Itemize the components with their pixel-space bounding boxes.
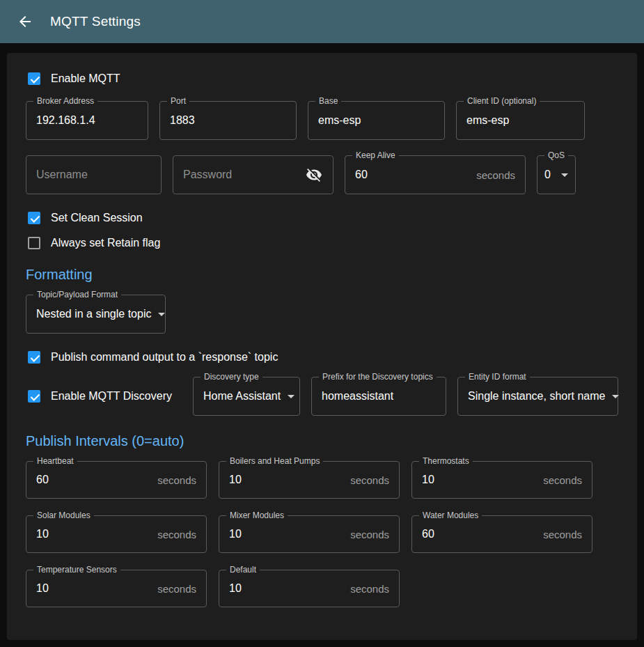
mixer-interval-field: Mixer Modules seconds bbox=[219, 515, 400, 553]
clean-session-label: Set Clean Session bbox=[51, 212, 143, 224]
temperature-sensors-interval-label: Temperature Sensors bbox=[33, 565, 120, 575]
enable-mqtt-row[interactable]: Enable MQTT bbox=[28, 72, 618, 85]
discovery-prefix-field: Prefix for the Discovery topics bbox=[311, 377, 446, 416]
topic-format-row: Topic/Payload Format Nested in a single … bbox=[26, 295, 618, 334]
broker-address-field: Broker Address bbox=[26, 101, 148, 140]
qos-select[interactable]: QoS 0 bbox=[537, 155, 576, 194]
keep-alive-input[interactable] bbox=[355, 169, 471, 181]
interval-suffix: seconds bbox=[152, 529, 196, 540]
enable-mqtt-checkbox[interactable] bbox=[28, 72, 40, 85]
chevron-down-icon bbox=[158, 313, 165, 316]
port-input[interactable] bbox=[170, 114, 286, 127]
username-input[interactable] bbox=[36, 169, 151, 181]
discovery-row: Enable MQTT Discovery Discovery type Hom… bbox=[26, 377, 618, 416]
broker-address-input[interactable] bbox=[36, 114, 138, 127]
client-id-label: Client ID (optional) bbox=[464, 96, 540, 106]
base-input[interactable] bbox=[318, 114, 434, 127]
topic-payload-format-select[interactable]: Topic/Payload Format Nested in a single … bbox=[26, 295, 166, 334]
solar-interval-field: Solar Modules seconds bbox=[26, 515, 207, 553]
thermostats-interval-input[interactable] bbox=[422, 474, 537, 486]
chevron-down-icon bbox=[288, 395, 294, 398]
clean-session-checkbox[interactable] bbox=[28, 212, 40, 224]
interval-suffix: seconds bbox=[537, 474, 582, 486]
publish-response-checkbox[interactable] bbox=[28, 351, 40, 364]
qos-label: QoS bbox=[544, 150, 568, 160]
default-interval-input[interactable] bbox=[229, 582, 345, 595]
retain-flag-row[interactable]: Always set Retain flag bbox=[28, 237, 618, 249]
password-field bbox=[173, 155, 333, 194]
solar-interval-input[interactable] bbox=[36, 528, 152, 540]
chevron-down-icon bbox=[612, 395, 619, 398]
boilers-interval-input[interactable] bbox=[229, 474, 345, 486]
heartbeat-interval-field: Heartbeat seconds bbox=[26, 461, 207, 499]
port-field: Port bbox=[159, 101, 297, 140]
default-interval-label: Default bbox=[226, 565, 260, 575]
chevron-down-icon bbox=[561, 173, 568, 177]
password-input[interactable] bbox=[183, 169, 305, 181]
publish-intervals-heading: Publish Intervals (0=auto) bbox=[26, 433, 618, 449]
base-label: Base bbox=[315, 96, 341, 106]
connection-row-2: Keep Alive seconds QoS 0 bbox=[26, 155, 618, 194]
arrow-left-icon bbox=[17, 13, 33, 30]
enable-mqtt-label: Enable MQTT bbox=[51, 72, 120, 85]
broker-address-label: Broker Address bbox=[33, 96, 97, 106]
boilers-interval-field: Boilers and Heat Pumps seconds bbox=[219, 461, 400, 499]
interval-suffix: seconds bbox=[345, 474, 389, 486]
solar-interval-label: Solar Modules bbox=[33, 510, 94, 520]
discovery-type-select[interactable]: Discovery type Home Assistant bbox=[193, 377, 300, 416]
discovery-type-value: Home Assistant bbox=[203, 390, 281, 403]
base-field: Base bbox=[308, 101, 445, 140]
discovery-prefix-input[interactable] bbox=[322, 390, 436, 403]
keep-alive-suffix: seconds bbox=[471, 169, 515, 181]
thermostats-interval-field: Thermostats seconds bbox=[411, 461, 592, 499]
formatting-heading: Formatting bbox=[26, 267, 618, 283]
port-label: Port bbox=[167, 96, 189, 106]
topic-payload-format-label: Topic/Payload Format bbox=[33, 290, 121, 299]
toggle-password-visibility-button[interactable] bbox=[305, 164, 323, 185]
back-button[interactable] bbox=[10, 6, 40, 37]
connection-row-1: Broker Address Port Base Client ID (opti… bbox=[26, 101, 618, 140]
default-interval-field: Default seconds bbox=[219, 570, 400, 607]
publish-intervals-grid: Heartbeat seconds Boilers and Heat Pumps… bbox=[26, 461, 618, 607]
discovery-prefix-label: Prefix for the Discovery topics bbox=[319, 372, 437, 382]
water-interval-field: Water Modules seconds bbox=[411, 515, 592, 553]
entity-id-format-select[interactable]: Entity ID format Single instance, short … bbox=[457, 377, 618, 416]
eye-off-icon bbox=[306, 166, 322, 183]
interval-suffix: seconds bbox=[537, 529, 582, 540]
interval-suffix: seconds bbox=[152, 583, 196, 595]
entity-id-format-label: Entity ID format bbox=[465, 372, 530, 382]
topic-payload-format-value: Nested in a single topic bbox=[36, 308, 151, 320]
publish-response-row[interactable]: Publish command output to a `response` t… bbox=[28, 351, 618, 364]
mixer-interval-input[interactable] bbox=[229, 528, 345, 540]
temperature-sensors-interval-input[interactable] bbox=[36, 582, 152, 595]
publish-response-label: Publish command output to a `response` t… bbox=[51, 351, 278, 364]
app-bar: MQTT Settings bbox=[0, 0, 644, 43]
entity-id-format-value: Single instance, short name bbox=[468, 390, 605, 403]
boilers-interval-label: Boilers and Heat Pumps bbox=[226, 456, 323, 466]
client-id-input[interactable] bbox=[466, 114, 574, 127]
clean-session-row[interactable]: Set Clean Session bbox=[28, 212, 618, 224]
heartbeat-interval-input[interactable] bbox=[36, 474, 152, 486]
page-title: MQTT Settings bbox=[50, 14, 141, 29]
keep-alive-label: Keep Alive bbox=[352, 150, 399, 160]
settings-card: Enable MQTT Broker Address Port Base Cli… bbox=[7, 53, 637, 640]
client-id-field: Client ID (optional) bbox=[456, 101, 585, 140]
enable-discovery-checkbox[interactable] bbox=[28, 390, 40, 403]
username-field bbox=[26, 155, 162, 194]
interval-suffix: seconds bbox=[345, 583, 389, 595]
discovery-type-label: Discovery type bbox=[201, 372, 262, 382]
water-interval-input[interactable] bbox=[422, 528, 537, 540]
qos-value: 0 bbox=[544, 169, 551, 181]
interval-suffix: seconds bbox=[152, 474, 196, 486]
mixer-interval-label: Mixer Modules bbox=[226, 510, 288, 520]
heartbeat-interval-label: Heartbeat bbox=[33, 456, 77, 466]
enable-discovery-row[interactable]: Enable MQTT Discovery bbox=[28, 390, 182, 403]
keep-alive-field: Keep Alive seconds bbox=[345, 155, 526, 194]
temperature-sensors-interval-field: Temperature Sensors seconds bbox=[26, 570, 207, 607]
thermostats-interval-label: Thermostats bbox=[419, 456, 473, 466]
retain-flag-checkbox[interactable] bbox=[28, 237, 40, 249]
enable-discovery-label: Enable MQTT Discovery bbox=[51, 390, 172, 403]
water-interval-label: Water Modules bbox=[419, 510, 482, 520]
retain-flag-label: Always set Retain flag bbox=[51, 237, 160, 249]
interval-suffix: seconds bbox=[345, 529, 389, 540]
